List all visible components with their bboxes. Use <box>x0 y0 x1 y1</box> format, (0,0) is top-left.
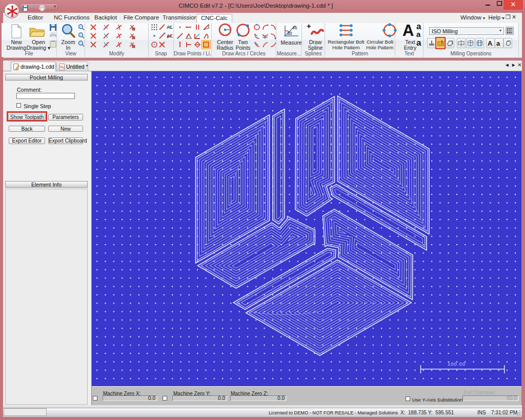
svg-text:100.00: 100.00 <box>448 361 466 367</box>
svg-text:A: A <box>488 39 493 47</box>
svg-text:a: a <box>496 39 500 47</box>
svg-text:45: 45 <box>292 25 297 30</box>
svg-text:%: % <box>60 65 64 70</box>
svg-text:+: + <box>307 23 311 30</box>
svg-text:30: 30 <box>287 31 292 36</box>
